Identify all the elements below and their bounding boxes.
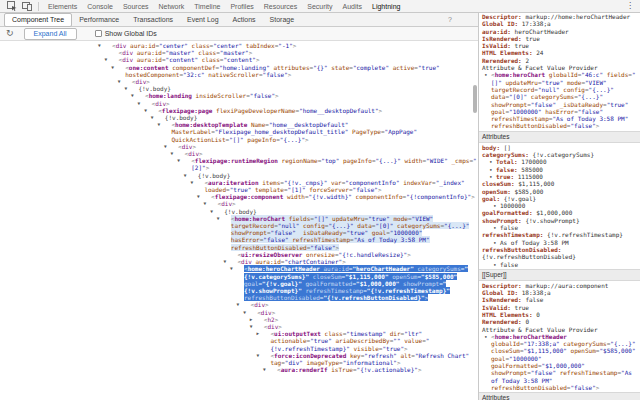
detail-row: •true: 1115000 (479, 173, 640, 180)
expand-arrow-icon[interactable]: ▼ (244, 301, 251, 308)
detail-row: openSum: $585,000 (479, 188, 640, 195)
main-tab-network[interactable]: Network (154, 0, 190, 13)
expand-arrow-icon[interactable]: ▼ (145, 100, 152, 107)
expand-all-button[interactable]: Expand All (24, 28, 77, 40)
tree-node[interactable]: ▼<div> (0, 100, 478, 107)
detail-row: goal: {!v.goal} (479, 195, 640, 202)
detail-row: Descriptor: markup://aura:component (479, 282, 640, 289)
tree-node[interactable]: ▼{!v.body} (0, 114, 478, 121)
section-label: Attribute & Facet Value Provider (479, 326, 640, 333)
main-tab-profiles[interactable]: Profiles (225, 0, 258, 13)
tree-node[interactable]: ▶<ui:outputText class="timestamp" dir="l… (0, 330, 478, 352)
tree-node[interactable]: ▼<flexipage:component width="{!v.width}"… (0, 193, 478, 200)
show-global-ids-label: Show Global IDs (105, 30, 157, 37)
tree-node[interactable]: ▼<div> (0, 143, 478, 150)
section-header: Attributes (479, 392, 640, 400)
panel-tab-transactions[interactable]: Transactions (126, 14, 180, 26)
show-global-ids-checkbox[interactable] (95, 30, 102, 37)
expand-arrow-icon[interactable]: ▼ (204, 193, 211, 200)
detail-row: •false: 585000 (479, 166, 640, 173)
tree-node-selected[interactable]: ▼<home:heroChartHeader aura:id="heroChar… (0, 265, 478, 301)
tree-node[interactable]: ▼<div> (0, 150, 478, 157)
expand-arrow-icon[interactable]: ▼ (224, 215, 231, 222)
expand-arrow-icon[interactable]: ▼ (191, 172, 198, 179)
lightning-subtabs: Component TreePerformanceTransactionsEve… (0, 13, 478, 27)
tree-node[interactable]: ▼<div> (0, 301, 478, 308)
expand-arrow-icon[interactable]: ▼ (105, 42, 112, 49)
main-tab-elements[interactable]: Elements (43, 0, 82, 13)
expand-arrow-icon[interactable]: ▼ (158, 114, 165, 121)
tree-node[interactable]: ▼<home:landing insideScroller="false"> (0, 92, 478, 99)
tree-node[interactable]: ▼<flexipage:runtimeRegion regionName="to… (0, 157, 478, 171)
detail-row: body: [] (479, 144, 640, 151)
expand-arrow-icon[interactable]: ▼ (211, 200, 218, 207)
tree-node[interactable]: ▼<aura:iteration items="{!v._cmps}" var=… (0, 179, 478, 193)
tree-node[interactable]: ▼<force:iconDeprecated key="refresh" alt… (0, 352, 478, 366)
main-tab-console[interactable]: Console (82, 0, 118, 13)
component-reference[interactable]: •<home:heroChart globalId="46:c" fields=… (479, 71, 640, 129)
panel-tab-storage[interactable]: Storage (263, 14, 302, 26)
tree-node[interactable]: ▼<div> (0, 78, 478, 85)
tree-node[interactable]: ▼<flexipage:page flexiPageDeveloperName=… (0, 107, 478, 114)
tree-node[interactable]: ▶<h2> (0, 316, 478, 323)
panel-tab-component-tree[interactable]: Component Tree (4, 13, 72, 27)
component-reference[interactable]: •<home:heroChartHeader globalId="17:338;… (479, 333, 640, 391)
tree-node[interactable]: ▼<div> (0, 200, 478, 207)
expand-arrow-icon[interactable]: ▼ (237, 265, 244, 272)
tree-node[interactable]: ▼{!v.body} (0, 172, 478, 179)
collapse-arrow-icon[interactable]: ▶ (257, 316, 264, 323)
detail-row: refreshButtonDisabled: {!v.refreshButton… (479, 246, 640, 261)
attribute-value-item: •false (479, 224, 640, 231)
tree-node[interactable]: ▼<div> (0, 309, 478, 316)
tree-node[interactable]: ▼{!v.body} (0, 85, 478, 92)
tree-node[interactable]: ▼<div aura:id="center" class="center" ta… (0, 42, 478, 49)
inspect-element-icon[interactable] (5, 1, 18, 12)
expand-arrow-icon[interactable]: ▼ (270, 366, 277, 373)
tree-scrollbar[interactable] (473, 85, 477, 113)
tree-node[interactable]: <ui:resizeObserver onresize="{!c.handleR… (0, 251, 478, 258)
main-tab-sources[interactable]: Sources (118, 0, 154, 13)
tree-node[interactable]: ▼{!v.body} (0, 208, 478, 215)
detail-row: Rerendered: 0 (479, 318, 640, 325)
section-header: [[Super]] (479, 269, 640, 281)
help-icon[interactable]: ? (448, 16, 452, 23)
panel-tab-performance[interactable]: Performance (72, 14, 126, 26)
tree-node[interactable]: ▼<div aura:id="chartContainer"> (0, 258, 478, 265)
panel-tab-actions[interactable]: Actions (226, 14, 263, 26)
tree-node[interactable]: ▼<aura:renderIf isTrue="{!v.actionable}"… (0, 366, 478, 373)
tree-node[interactable]: ▼<div> (0, 323, 478, 330)
detail-row: IsRendered: false (479, 296, 640, 303)
expand-arrow-icon[interactable]: ▼ (112, 56, 119, 63)
attribute-value-item: •As of Today 3:58 PM (479, 239, 640, 246)
more-menu-icon[interactable]: ⋮ (626, 1, 634, 10)
tree-node[interactable]: ▼<home:desktopTemplate Name="home__deskt… (0, 121, 478, 143)
expand-arrow-icon[interactable]: ▼ (257, 323, 264, 330)
main-tab-resources[interactable]: Resources (259, 0, 302, 13)
main-tabs: ElementsConsoleSourcesNetworkTimelinePro… (43, 0, 405, 12)
detail-row: aura:id: heroChartHeader (479, 28, 640, 35)
detail-row: Global ID: 17:338;a (479, 20, 640, 27)
detail-row: showPrompt: {!v.showPrompt} (479, 217, 640, 224)
main-tab-lightning[interactable]: Lightning (367, 0, 405, 13)
expand-arrow-icon[interactable]: ▼ (125, 78, 132, 85)
tree-node[interactable]: ▼<home:heroChart fields="[]" updateMru="… (0, 215, 478, 251)
tree-node[interactable]: ▼<div aura:id="content" class="content"> (0, 56, 478, 63)
refresh-icon[interactable]: ↻ (6, 29, 14, 38)
tree-node[interactable]: ▼<one:content componentDef="home:landing… (0, 64, 478, 78)
expand-arrow-icon[interactable]: ▼ (138, 92, 145, 99)
component-details-pane: Descriptor: markup://home:heroChartHeade… (479, 13, 640, 400)
section-label: Attribute & Facet Value Provider (479, 64, 640, 71)
main-tab-security[interactable]: Security (302, 0, 337, 13)
main-tab-audits[interactable]: Audits (338, 0, 367, 13)
main-tab-timeline[interactable]: Timeline (189, 0, 225, 13)
devtools-toolbar: ElementsConsoleSourcesNetworkTimelinePro… (0, 0, 640, 13)
toolbar-separator (38, 2, 39, 11)
expand-arrow-icon[interactable]: ▼ (178, 150, 185, 157)
detail-row: IsValid: true (479, 304, 640, 311)
show-global-ids-option[interactable]: Show Global IDs (95, 30, 157, 37)
device-toolbar-icon[interactable] (20, 1, 33, 12)
panel-tab-event-log[interactable]: Event Log (180, 14, 226, 26)
expand-arrow-icon[interactable]: ▼ (171, 143, 178, 150)
tree-node[interactable]: <div aura:id="master" class="master"> (0, 49, 478, 56)
detail-row: IsRendered: true (479, 35, 640, 42)
